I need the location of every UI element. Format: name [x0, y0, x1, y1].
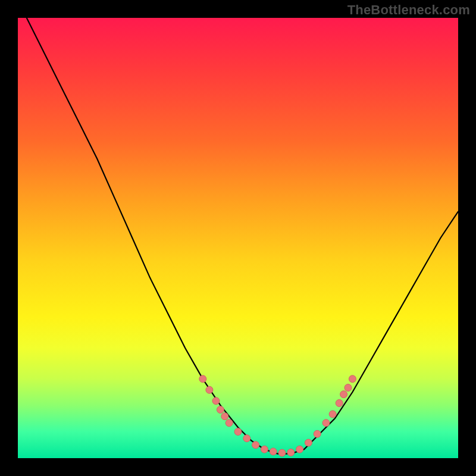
marker-dot	[212, 397, 220, 405]
marker-dot	[261, 446, 268, 453]
marker-dot	[349, 375, 356, 383]
marker-dot	[336, 400, 343, 407]
marker-dot	[340, 391, 347, 398]
curve-svg	[18, 18, 458, 458]
marker-dot	[217, 406, 224, 414]
marker-cluster	[199, 375, 356, 456]
marker-dot	[252, 441, 259, 449]
marker-dot	[314, 430, 321, 437]
watermark-text: TheBottleneck.com	[347, 2, 470, 18]
marker-dot	[287, 449, 295, 456]
marker-dot	[329, 411, 336, 418]
marker-dot	[199, 375, 206, 383]
marker-dot	[234, 428, 242, 436]
marker-dot	[296, 446, 303, 453]
bottleneck-curve-path	[27, 18, 458, 454]
marker-dot	[345, 384, 352, 392]
chart-frame: TheBottleneck.com	[0, 0, 476, 476]
plot-area	[18, 18, 458, 458]
marker-dot	[305, 439, 312, 446]
marker-dot	[243, 435, 250, 442]
marker-dot	[278, 449, 286, 456]
marker-dot	[322, 419, 330, 427]
marker-dot	[226, 419, 233, 427]
marker-dot	[270, 448, 277, 455]
marker-dot	[221, 413, 228, 420]
curve-line-group	[27, 18, 458, 454]
marker-dot	[206, 386, 213, 393]
